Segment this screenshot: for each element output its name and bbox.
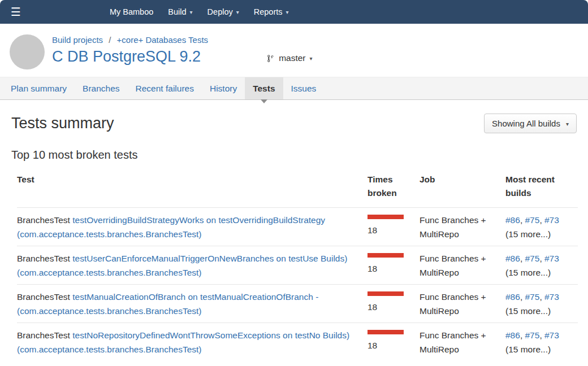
- test-class-prefix: BranchesTest: [17, 330, 70, 340]
- builds-filter-dropdown[interactable]: Showing All builds ▾: [484, 114, 577, 133]
- column-header-job: Job: [420, 167, 505, 208]
- tab-label: History: [210, 84, 237, 94]
- broken-tests-subheading: Top 10 most broken tests: [11, 149, 577, 162]
- breadcrumb: Build projects / +core+ Databases Tests: [52, 35, 313, 45]
- separator: ,: [520, 254, 525, 263]
- hamburger-menu-icon[interactable]: ☰: [11, 6, 21, 18]
- nav-menu: My Bamboo Build ▾ Deploy ▾ Reports ▾: [102, 0, 296, 24]
- times-broken-bar: [368, 253, 404, 258]
- job-name: Func Branches + MultiRepo: [420, 215, 486, 239]
- build-link[interactable]: #86: [505, 215, 520, 225]
- table-header-row: Test Times broken Job Most recent builds: [17, 167, 578, 208]
- times-broken-bar: [368, 215, 404, 219]
- build-link[interactable]: #73: [544, 330, 559, 340]
- more-builds-link[interactable]: (15 more...): [505, 265, 571, 280]
- chevron-down-icon: ▾: [236, 10, 239, 15]
- branch-name: master: [279, 53, 305, 63]
- column-header-times-broken: Times broken: [368, 167, 420, 208]
- column-header-test: Test: [17, 167, 368, 208]
- tab-tests[interactable]: Tests: [245, 77, 283, 99]
- git-branch-icon: [267, 54, 275, 63]
- branch-selector[interactable]: master ▾: [267, 53, 312, 63]
- build-link[interactable]: #75: [525, 254, 540, 263]
- times-broken-bar: [368, 291, 404, 296]
- top-navigation: ☰ My Bamboo Build ▾ Deploy ▾ Reports ▾: [0, 0, 588, 24]
- times-broken-bar: [368, 330, 404, 334]
- nav-item-build[interactable]: Build ▾: [161, 0, 200, 24]
- table-row: BranchesTest testOverridingBuildStrategy…: [17, 208, 578, 246]
- job-name: Func Branches + MultiRepo: [420, 330, 486, 354]
- more-builds-link[interactable]: (15 more...): [505, 342, 571, 356]
- tab-label: Issues: [291, 84, 317, 94]
- title-row: C DB PostgreSQL 9.2 master ▾: [52, 47, 313, 66]
- separator: ,: [539, 292, 544, 302]
- test-class-prefix: BranchesTest: [17, 254, 70, 263]
- plan-avatar: [10, 34, 45, 69]
- build-link[interactable]: #86: [505, 254, 520, 263]
- separator: ,: [520, 292, 525, 302]
- separator: ,: [539, 330, 544, 340]
- summary-header-row: Tests summary Showing All builds ▾: [11, 114, 577, 133]
- tab-label: Recent failures: [136, 84, 194, 94]
- table-row: BranchesTest testUserCanEnforceManualTri…: [17, 246, 578, 285]
- chevron-down-icon: ▾: [566, 121, 569, 127]
- times-broken-count: 18: [368, 225, 377, 235]
- broken-tests-table: Test Times broken Job Most recent builds…: [17, 167, 578, 361]
- separator: ,: [539, 215, 544, 225]
- nav-item-label: Deploy: [207, 7, 233, 16]
- separator: ,: [520, 330, 525, 340]
- plan-header: Build projects / +core+ Databases Tests …: [0, 24, 588, 77]
- breadcrumb-project-link[interactable]: Build projects: [52, 35, 103, 45]
- page-title: C DB PostgreSQL 9.2: [52, 47, 201, 66]
- build-link[interactable]: #75: [525, 330, 540, 340]
- table-row: BranchesTest testNoRepositoryDefinedWont…: [17, 323, 578, 361]
- times-broken-count: 18: [368, 264, 377, 273]
- nav-item-reports[interactable]: Reports ▾: [247, 0, 296, 24]
- breadcrumb-plan-link[interactable]: +core+ Databases Tests: [117, 35, 208, 45]
- plan-tabbar: Plan summary Branches Recent failures Hi…: [0, 77, 588, 100]
- times-broken-count: 18: [368, 302, 377, 312]
- builds-filter-label: Showing All builds: [492, 119, 560, 128]
- job-name: Func Branches + MultiRepo: [420, 254, 486, 277]
- column-header-most-recent-builds: Most recent builds: [505, 167, 578, 208]
- tab-history[interactable]: History: [202, 77, 245, 99]
- build-link[interactable]: #75: [525, 292, 540, 302]
- nav-item-label: Build: [168, 7, 186, 16]
- nav-item-my-bamboo[interactable]: My Bamboo: [102, 0, 161, 24]
- tab-label: Tests: [253, 84, 275, 94]
- tab-recent-failures[interactable]: Recent failures: [128, 77, 202, 99]
- job-name: Func Branches + MultiRepo: [420, 292, 486, 316]
- tab-issues[interactable]: Issues: [283, 77, 325, 99]
- more-builds-link[interactable]: (15 more...): [505, 304, 571, 318]
- build-link[interactable]: #73: [544, 215, 559, 225]
- build-link[interactable]: #86: [505, 292, 520, 302]
- tab-plan-summary[interactable]: Plan summary: [3, 77, 75, 99]
- main-content: Tests summary Showing All builds ▾ Top 1…: [0, 114, 588, 361]
- more-builds-link[interactable]: (15 more...): [505, 227, 571, 241]
- test-class-prefix: BranchesTest: [17, 215, 70, 225]
- plan-header-text: Build projects / +core+ Databases Tests …: [52, 34, 313, 69]
- table-row: BranchesTest testManualCreationOfBranch …: [17, 285, 578, 323]
- bamboo-page: ☰ My Bamboo Build ▾ Deploy ▾ Reports ▾ B…: [0, 0, 588, 366]
- chevron-down-icon: ▾: [286, 10, 289, 15]
- nav-item-deploy[interactable]: Deploy ▾: [200, 0, 247, 24]
- page-heading: Tests summary: [11, 115, 114, 132]
- build-link[interactable]: #86: [505, 330, 520, 340]
- separator: ,: [539, 254, 544, 263]
- separator: ,: [520, 215, 525, 225]
- times-broken-count: 18: [368, 341, 377, 350]
- breadcrumb-separator: /: [109, 35, 111, 45]
- chevron-down-icon: ▾: [310, 56, 313, 62]
- nav-item-label: My Bamboo: [110, 7, 153, 16]
- test-class-prefix: BranchesTest: [17, 292, 70, 302]
- tab-branches[interactable]: Branches: [75, 77, 127, 99]
- tab-label: Plan summary: [11, 84, 67, 94]
- build-link[interactable]: #75: [525, 215, 540, 225]
- nav-item-label: Reports: [254, 7, 283, 16]
- build-link[interactable]: #73: [544, 254, 559, 263]
- chevron-down-icon: ▾: [190, 10, 193, 15]
- tab-label: Branches: [83, 84, 119, 94]
- build-link[interactable]: #73: [544, 292, 559, 302]
